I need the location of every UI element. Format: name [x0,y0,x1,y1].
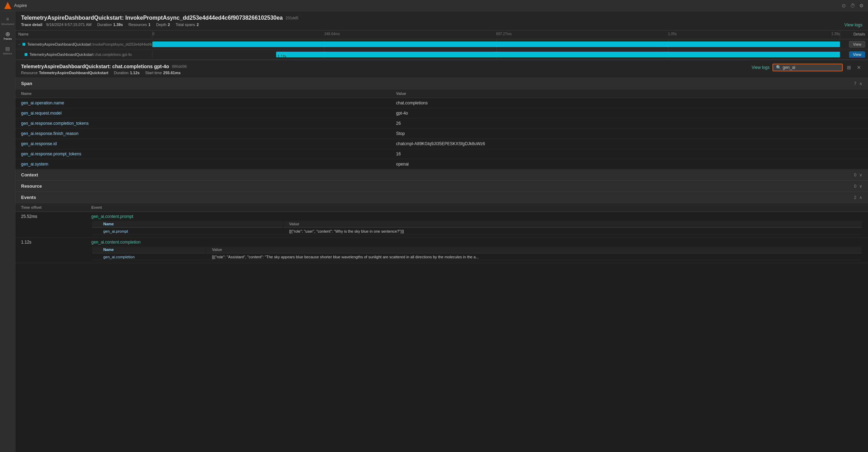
page-title-text: TelemetryAspireDashboardQuickstart: Invo… [21,15,283,21]
span-table: Name Value gen_ai.operation.name chat.co… [15,89,868,169]
table-row: gen_ai.response.completion_tokens 26 [15,118,868,129]
list-item: gen_ai.prompt [[{"role": "user", "conten… [92,228,862,234]
table-row: gen_ai.operation.name chat.completions [15,98,868,108]
page-header: TelemetryAspireDashboardQuickstart: Invo… [15,11,868,31]
span-name-cell: gen_ai.request.model [15,108,390,118]
metrics-icon: ▤ [5,46,10,51]
title-bar: Aspire ⊙ ⏱ ⚙ [0,0,868,11]
table-row: 1.12s gen_ai.content.completion Name Val… [15,238,868,263]
span-name-cell: gen_ai.response.completion_tokens [15,118,390,129]
timeline-row-action-1: View [840,40,868,48]
tick-0: 0 [152,32,155,36]
sidebar-item-traces-label: Traces [3,37,12,40]
timeline-row-name-1: − TelemetryAspireDashboardQuickstart Inv… [15,41,152,48]
settings-icon[interactable]: ⚙ [859,3,864,8]
search-input[interactable] [783,65,839,70]
trace-detail-label: Trace detail 9/16/2024 9:57:15.071 AM [21,22,92,27]
close-icon[interactable]: ✕ [855,64,862,71]
span-section: Span 7 ∧ Name Value gen_ai.operation.nam… [15,78,868,169]
app-title: Aspire [14,3,27,8]
nested-col-value: Value [206,247,862,253]
resource-section-title: Resource [21,183,854,189]
timeline-header: Name 0 348.64ms 697.27ms 1.05s 1.39s Det… [15,31,868,39]
span-value-cell: gpt-4o [390,108,868,118]
search-icon: 🔍 [776,65,781,70]
nested-name-cell: gen_ai.completion [92,254,205,260]
table-row: gen_ai.system openai [15,159,868,169]
detail-start-time: Start time 255.61ms [145,71,181,75]
span-indicator-2 [25,53,27,56]
event-time-offset: 25.52ms [15,212,86,238]
detail-meta: Resource TelemetryAspireDashboardQuickst… [21,71,862,75]
resource-section: Resource 0 ∨ [15,181,868,192]
structured-icon: ≡ [6,16,9,22]
timeline-bar-2: 1.12s [276,52,840,57]
view-button-1[interactable]: View [849,41,865,47]
span-value-cell: 26 [390,118,868,129]
trace-total-spans: Total spans 2 [176,22,199,27]
trace-duration: Duration 1.39s [97,22,123,27]
resource-section-chevron: ∨ [859,184,862,189]
trace-id-badge: 231dd5 [286,16,299,20]
event-name-cell: gen_ai.content.prompt [91,214,862,219]
tick-2: 697.27ms [496,32,512,36]
span-value-cell: Stop [390,129,868,139]
service-name-1: TelemetryAspireDashboardQuickstart [27,42,91,46]
service-name-2: TelemetryAspireDashboardQuickstart [30,52,93,57]
app-logo [4,2,11,9]
clock-icon[interactable]: ⏱ [850,3,855,8]
table-row: gen_ai.response.finish_reason Stop [15,129,868,139]
detail-panel: TelemetryAspireDashboardQuickstart: chat… [15,60,868,452]
view-logs-detail-link[interactable]: View logs [752,65,770,70]
span-name-2: chat.completions gpt-4o [94,53,132,57]
tick-4: 1.39s [831,32,840,36]
nested-table: Name Value gen_ai.prompt [[{"role": "use… [91,220,862,235]
detail-resource: Resource TelemetryAspireDashboardQuickst… [21,71,108,75]
span-name-1: InvokePromptAsync_dd253e4d44ed4c6f907382… [92,43,152,46]
context-section-title: Context [21,172,854,177]
detail-panel-header: TelemetryAspireDashboardQuickstart: chat… [15,60,868,78]
timeline-bar-area-1 [152,39,840,49]
github-icon[interactable]: ⊙ [842,3,846,8]
events-table: Time offset Event 25.52ms gen_ai.content… [15,203,868,263]
context-section-count: 0 [854,173,856,177]
span-section-title: Span [21,81,854,86]
nested-col-name: Name [92,221,283,228]
list-item: gen_ai.completion [[{"role": "Assistant"… [92,254,862,260]
span-name-cell: gen_ai.operation.name [15,98,390,108]
detail-title-text: TelemetryAspireDashboardQuickstart: chat… [21,64,169,69]
traces-icon: ◎ [6,31,10,37]
events-section: Events 2 ∧ Time offset Event 25.52ms gen… [15,192,868,263]
tick-3: 1.05s [668,32,677,36]
sidebar-item-metrics[interactable]: ▤ Metrics [1,44,14,57]
events-col-event: Event [86,203,868,212]
resource-section-header[interactable]: Resource 0 ∨ [15,181,868,192]
table-row: − TelemetryAspireDashboardQuickstart Inv… [15,39,868,50]
timeline-section: Name 0 348.64ms 697.27ms 1.05s 1.39s Det… [15,31,868,60]
span-col-name: Name [15,89,390,98]
trace-resources: Resources 1 [129,22,151,27]
sidebar-item-structured-label: Structured [1,22,14,26]
search-bar[interactable]: 🔍 [772,64,843,71]
trace-depth: Depth 2 [156,22,170,27]
context-section-header[interactable]: Context 0 ∨ [15,169,868,181]
timeline-row-name-2: TelemetryAspireDashboardQuickstart chat.… [15,51,152,58]
detail-panel-controls: View logs 🔍 ⊞ ✕ [752,64,862,71]
nested-col-name: Name [92,247,205,253]
sidebar-item-structured[interactable]: ≡ Structured [1,14,14,27]
span-section-header[interactable]: Span 7 ∧ [15,78,868,89]
timeline-bar-header: 0 348.64ms 697.27ms 1.05s 1.39s [152,31,840,39]
expand-icon[interactable]: ⊞ [846,64,853,71]
nested-col-value: Value [283,221,862,228]
view-logs-link[interactable]: View logs [844,22,862,27]
span-name-cell: gen_ai.response.finish_reason [15,129,390,139]
view-logs-header[interactable]: View logs [844,22,862,27]
view-button-2[interactable]: View [849,51,865,58]
nested-value-cell: [[{"role": "user", "content": "Why is th… [283,228,862,234]
collapse-icon-1[interactable]: − [18,43,20,46]
sidebar-item-traces[interactable]: ◎ Traces [1,29,14,42]
span-section-chevron: ∧ [859,81,862,86]
detail-duration: Duration 1.12s [114,71,139,75]
table-row: 25.52ms gen_ai.content.prompt Name Value… [15,212,868,238]
events-section-header[interactable]: Events 2 ∧ [15,192,868,203]
